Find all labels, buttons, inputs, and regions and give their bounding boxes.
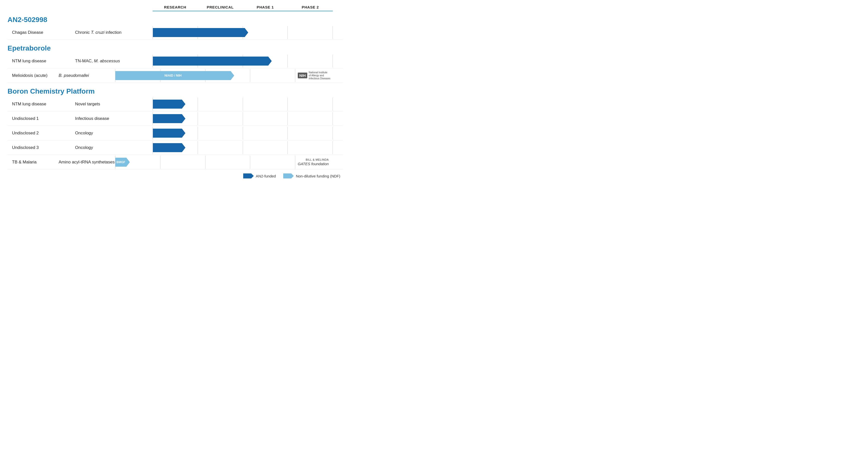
cell-research [153, 98, 198, 111]
cell-research [153, 127, 198, 139]
disease-chagas: Chagas Disease [7, 30, 72, 35]
chart-undisclosed3 [153, 141, 343, 154]
pipeline-chart: RESEARCH PRECLINICAL PHASE 1 PHASE 2 AN2… [7, 5, 343, 179]
row-ntm-boron: NTM lung disease Novel targets [7, 97, 343, 112]
row-undisclosed3: Undisclosed 3 Oncology [7, 141, 343, 155]
cell-phase2 [288, 127, 333, 139]
cell-phase2 [250, 156, 295, 169]
cell-phase2 [288, 112, 333, 125]
phase-label-research: RESEARCH [153, 5, 198, 9]
chart-ntm-boron [153, 98, 343, 111]
cell-preclinical [198, 55, 243, 68]
cell-preclinical [160, 156, 206, 169]
cell-research [153, 112, 198, 125]
cell-phase2 [288, 26, 333, 39]
indication-ntm: TN-MAC, M. abscessus [72, 59, 153, 64]
cell-phase1 [206, 69, 250, 82]
legend-arrow-light [283, 174, 294, 179]
section-title-epetra: Epetraborole [7, 44, 343, 52]
header-row: RESEARCH PRECLINICAL PHASE 1 PHASE 2 [7, 5, 343, 11]
disease-undisclosed3: Undisclosed 3 [7, 145, 72, 150]
chart-tb-malaria: BMGF BILL & MELINDA GATES foundation [115, 156, 343, 169]
cell-phase1 [243, 127, 288, 139]
cell-research [153, 55, 198, 68]
indication-ntm-boron: Novel targets [72, 102, 153, 106]
cell-phase1 [243, 26, 288, 39]
indication-undisclosed3: Oncology [72, 145, 153, 150]
legend: AN2-funded Non-dilutive funding (NDF) [7, 174, 343, 179]
phase-label-phase1: PHASE 1 [243, 5, 288, 9]
chart-area-undisclosed3 [153, 141, 333, 154]
chart-area-chagas [153, 26, 333, 39]
legend-arrow-dark [243, 174, 254, 179]
cell-research [153, 26, 198, 39]
chart-area-melioidosis: NIAID / NIH [115, 69, 295, 82]
section-title-boron: Boron Chemistry Platform [7, 87, 343, 95]
cell-research [115, 69, 160, 82]
cell-preclinical [198, 112, 243, 125]
nih-badge: NIH National Instituteof Allergy andInfe… [298, 71, 331, 80]
chart-area-ntm [153, 55, 333, 68]
cell-preclinical [198, 127, 243, 139]
legend-ndf: Non-dilutive funding (NDF) [283, 174, 340, 179]
cell-phase1 [206, 156, 250, 169]
chart-undisclosed1 [153, 112, 343, 125]
legend-an2: AN2-funded [243, 174, 276, 179]
bmgf-logo: BILL & MELINDA GATES foundation [298, 158, 343, 166]
cell-phase1 [243, 98, 288, 111]
phase-labels: RESEARCH PRECLINICAL PHASE 1 PHASE 2 [153, 5, 333, 11]
chart-ntm [153, 55, 343, 68]
cell-phase1 [243, 141, 288, 154]
cell-preclinical [198, 98, 243, 111]
disease-melioidosis: Melioidosis (acute) [7, 73, 56, 78]
cell-preclinical [198, 26, 243, 39]
row-undisclosed1: Undisclosed 1 Infectious disease [7, 112, 343, 126]
cell-research [153, 141, 198, 154]
cell-phase2 [288, 141, 333, 154]
bmgf-text: BILL & MELINDA GATES foundation [298, 158, 329, 166]
disease-tb-malaria: TB & Malaria [7, 160, 56, 165]
chart-undisclosed2 [153, 127, 343, 139]
legend-label-ndf: Non-dilutive funding (NDF) [296, 174, 340, 178]
row-undisclosed2: Undisclosed 2 Oncology [7, 126, 343, 141]
cell-phase2 [250, 69, 295, 82]
cell-phase1 [243, 55, 288, 68]
row-tb-malaria: TB & Malaria Amino acyl-tRNA synthetases… [7, 155, 343, 169]
chart-area-tb-malaria: BMGF [115, 156, 295, 169]
indication-chagas: Chronic T. cruzi infection [72, 30, 153, 35]
row-chagas: Chagas Disease Chronic T. cruzi infectio… [7, 25, 343, 40]
row-melioidosis: Melioidosis (acute) B. pseudomallei NIAI… [7, 68, 343, 83]
phase-label-preclinical: PRECLINICAL [198, 5, 243, 9]
nih-text: National Instituteof Allergy andInfectio… [309, 71, 331, 80]
indication-undisclosed1: Infectious disease [72, 116, 153, 121]
indication-undisclosed2: Oncology [72, 131, 153, 136]
chart-chagas [153, 26, 343, 39]
cell-phase2 [288, 98, 333, 111]
section-title-an2: AN2-502998 [7, 16, 343, 24]
legend-label-an2: AN2-funded [256, 174, 276, 178]
chart-area-undisclosed1 [153, 112, 333, 125]
chart-area-ntm-boron [153, 98, 333, 111]
chart-melioidosis: NIAID / NIH NIH National Instituteof All… [115, 69, 343, 82]
row-ntm: NTM lung disease TN-MAC, M. abscessus [7, 54, 343, 68]
cell-phase1 [243, 112, 288, 125]
indication-melioidosis: B. pseudomallei [56, 73, 115, 78]
cell-phase2 [288, 55, 333, 68]
disease-undisclosed2: Undisclosed 2 [7, 131, 72, 136]
disease-ntm-boron: NTM lung disease [7, 102, 72, 106]
nih-logo: NIH National Instituteof Allergy andInfe… [298, 71, 343, 80]
chart-area-undisclosed2 [153, 127, 333, 139]
indication-tb-malaria: Amino acyl-tRNA synthetases [56, 160, 115, 165]
cell-research [115, 156, 160, 169]
phase-label-phase2: PHASE 2 [288, 5, 333, 9]
disease-undisclosed1: Undisclosed 1 [7, 116, 72, 121]
cell-preclinical [198, 141, 243, 154]
nih-rect: NIH [298, 72, 307, 78]
disease-ntm: NTM lung disease [7, 59, 72, 64]
cell-preclinical [160, 69, 206, 82]
